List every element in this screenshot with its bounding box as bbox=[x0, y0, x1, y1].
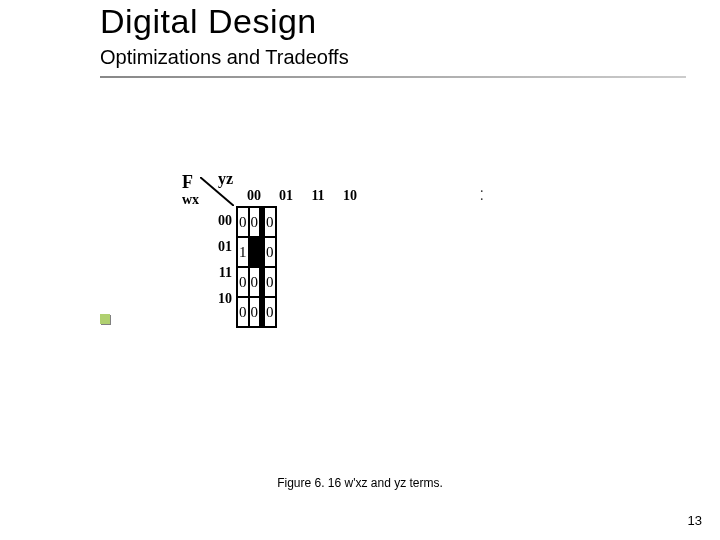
kmap-cell: 0 bbox=[264, 297, 276, 327]
page-title: Digital Design bbox=[100, 2, 317, 41]
kmap-cell: 0 bbox=[237, 207, 249, 237]
kmap-col-header: 00 bbox=[238, 188, 270, 204]
kmap-row-var-label: wx bbox=[182, 192, 199, 208]
page-number: 13 bbox=[688, 513, 702, 528]
stray-dots: .. bbox=[480, 184, 484, 200]
kmap-col-header: 10 bbox=[334, 188, 366, 204]
kmap-row-headers: 00 01 11 10 bbox=[212, 208, 232, 312]
kmap-col-header: 01 bbox=[270, 188, 302, 204]
kmap-col-header: 11 bbox=[302, 188, 334, 204]
svg-line-0 bbox=[200, 177, 234, 206]
kmap-grid: 00010000000 bbox=[236, 206, 277, 328]
kmap-cell: 0 bbox=[237, 297, 249, 327]
figure-caption: Figure 6. 16 w'xz and yz terms. bbox=[0, 476, 720, 490]
kmap-row-header: 00 bbox=[212, 208, 232, 234]
kmap-cell: 0 bbox=[249, 207, 261, 237]
kmap-diagonal-line bbox=[200, 177, 234, 206]
kmap-cell: 0 bbox=[237, 267, 249, 297]
kmap-row-header: 10 bbox=[212, 286, 232, 312]
kmap-row-header: 01 bbox=[212, 234, 232, 260]
kmap-cell: 0 bbox=[264, 237, 276, 267]
kmap-output-label: F bbox=[182, 172, 193, 193]
kmap-col-headers: 00 01 11 10 bbox=[238, 188, 366, 204]
kmap-cell: 0 bbox=[249, 267, 261, 297]
bullet-icon bbox=[100, 314, 110, 324]
kmap-cell: 1 bbox=[237, 237, 249, 267]
header-divider bbox=[100, 76, 686, 78]
kmap-cell: 0 bbox=[264, 267, 276, 297]
kmap-cell bbox=[249, 237, 261, 267]
kmap-row-header: 11 bbox=[212, 260, 232, 286]
page-subtitle: Optimizations and Tradeoffs bbox=[100, 46, 349, 69]
kmap-cell: 0 bbox=[264, 207, 276, 237]
kmap-cell: 0 bbox=[249, 297, 261, 327]
